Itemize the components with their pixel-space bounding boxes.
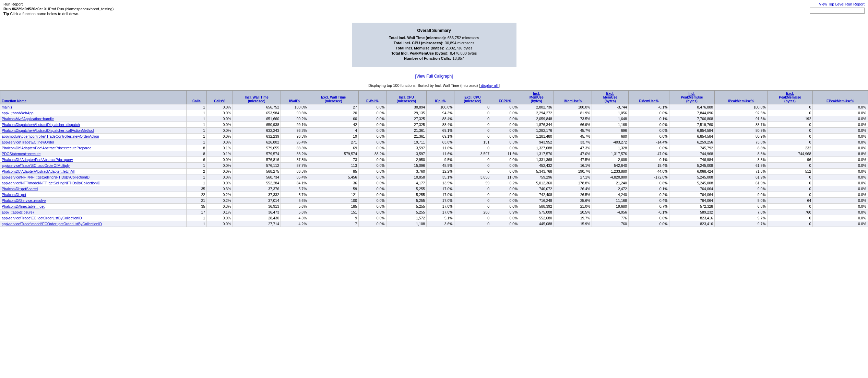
function-link[interactable]: Phalcon\Db\Adapter\Pdo\AbstractPdo::quer… bbox=[2, 158, 73, 162]
table-header-cell[interactable]: EPeakMemUse% bbox=[813, 91, 868, 104]
function-link[interactable]: main() bbox=[2, 105, 12, 109]
sort-link[interactable]: Calls bbox=[192, 99, 201, 103]
sort-link[interactable]: PeakMemUse bbox=[681, 95, 703, 99]
sort-link[interactable]: (microsec) bbox=[464, 99, 481, 103]
sort-link[interactable]: Incl. Wall Time bbox=[245, 95, 269, 99]
table-header-cell[interactable]: Excl. CPU(microsec) bbox=[454, 91, 491, 104]
sort-link[interactable]: IWall% bbox=[289, 99, 300, 103]
sort-link[interactable]: EMemUse% bbox=[639, 99, 659, 103]
function-link[interactable]: Phalcon\Db\Adapter\AbstractAdapter::fetc… bbox=[2, 169, 74, 173]
function-link[interactable]: app\service\NFT\NFT::getSellingNFTIDsByC… bbox=[2, 175, 90, 179]
sort-link[interactable]: (bytes) bbox=[605, 99, 616, 103]
table-cell[interactable]: app\service\Trade\EC::newOrder bbox=[0, 139, 187, 145]
table-cell[interactable]: Phalcon\Dispatcher\AbstractDispatcher::d… bbox=[0, 122, 187, 128]
table-header-cell[interactable]: ECPU% bbox=[491, 91, 519, 104]
function-link[interactable]: Phalcon\Di::get bbox=[2, 193, 26, 197]
table-cell[interactable]: Phalcon\Di::getShared bbox=[0, 186, 187, 192]
table-cell[interactable]: main() bbox=[0, 104, 187, 110]
function-link[interactable]: Phalcon\Di\Service::resolve bbox=[2, 198, 46, 203]
table-header-cell[interactable]: Excl.MemUse(bytes) bbox=[592, 91, 629, 104]
display-all-link[interactable]: display all bbox=[480, 83, 498, 88]
function-link[interactable]: app\service\NFT\model\NFT::getSellingNFT… bbox=[2, 181, 100, 185]
sort-link[interactable]: MemUse bbox=[530, 95, 544, 99]
table-cell[interactable]: app\service\Trade\EC::getOrderListByColl… bbox=[0, 215, 187, 221]
table-cell: 8 bbox=[186, 151, 206, 157]
table-cell[interactable]: Phalcon\Di\Injectable::_get bbox=[0, 204, 187, 209]
function-link[interactable]: Phalcon\Dispatcher\AbstractDispatcher::c… bbox=[2, 128, 94, 133]
sort-link[interactable]: (microsec) bbox=[325, 99, 342, 103]
function-link[interactable]: Phalcon\Di::getShared bbox=[2, 187, 38, 191]
table-header-cell[interactable]: IMemUse% bbox=[554, 91, 592, 104]
sort-link[interactable]: Calls% bbox=[214, 99, 225, 103]
table-cell[interactable]: Phalcon\Db\Adapter\AbstractAdapter::fetc… bbox=[0, 169, 187, 174]
sort-link[interactable]: (bytes) bbox=[784, 99, 796, 103]
callgraph-anchor[interactable]: [View Full Callgraph] bbox=[415, 74, 453, 79]
table-header-cell[interactable]: Function Name bbox=[0, 91, 187, 104]
sort-link[interactable]: Excl. Wall Time bbox=[321, 95, 346, 99]
table-cell[interactable]: app\service\NFT\NFT::getSellingNFTIDsByC… bbox=[0, 174, 187, 180]
table-header-cell[interactable]: Excl.PeakMemUse(bytes) bbox=[767, 91, 813, 104]
sort-link[interactable]: EWall% bbox=[366, 99, 379, 103]
sort-link[interactable]: Excl. bbox=[786, 92, 794, 95]
sort-link[interactable]: (microsecs) bbox=[397, 99, 416, 103]
table-header-cell[interactable]: IPeakMemUse% bbox=[715, 91, 768, 104]
table-header-cell[interactable]: Calls% bbox=[207, 91, 233, 104]
function-link[interactable]: Phalcon\Di\Injectable::_get bbox=[2, 204, 45, 208]
table-header-cell[interactable]: Incl. CPU(microsecs) bbox=[386, 91, 426, 104]
function-link[interactable]: app\service\Trade\EC::getOrderListByColl… bbox=[2, 216, 82, 220]
table-cell[interactable]: Phalcon\Mvc\Application::handle bbox=[0, 116, 187, 122]
function-link[interactable]: Phalcon\Mvc\Application::handle bbox=[2, 117, 54, 121]
table-cell[interactable]: Phalcon\Dispatcher\AbstractDispatcher::c… bbox=[0, 128, 187, 134]
sort-link[interactable]: MemUse bbox=[603, 95, 617, 99]
table-cell[interactable]: Phalcon\Di\Service::resolve bbox=[0, 198, 187, 204]
function-link[interactable]: app\module\open\controller\TradeControll… bbox=[2, 134, 99, 138]
function-link[interactable]: PDOStatement::execute bbox=[2, 152, 40, 156]
table-cell[interactable]: Phalcon\Di::get bbox=[0, 192, 187, 198]
table-header-cell[interactable]: Excl. Wall Time(microsec) bbox=[308, 91, 359, 104]
sort-link[interactable]: IMemUse% bbox=[564, 99, 582, 103]
sort-link[interactable]: ECPU% bbox=[499, 99, 511, 103]
summary-row-value: 8,476,880 bytes bbox=[450, 51, 477, 55]
function-link[interactable]: app\service\Trade\EC::addOrderOfMultiply bbox=[2, 163, 70, 168]
sort-link[interactable]: (bytes) bbox=[686, 99, 698, 103]
sort-link[interactable]: ICpu% bbox=[435, 99, 445, 103]
sort-link[interactable]: IPeakMemUse% bbox=[728, 99, 754, 103]
table-cell[interactable]: app\_;:app\{closure} bbox=[0, 209, 187, 215]
table-cell[interactable]: Phalcon\Db\Adapter\Pdo\AbstractPdo::exec… bbox=[0, 145, 187, 151]
table-header-cell[interactable]: EMemUse% bbox=[629, 91, 669, 104]
table-cell: 7,766,808 bbox=[669, 116, 715, 122]
sort-link[interactable]: Incl. CPU bbox=[399, 95, 414, 99]
table-head: Function NameCallsCalls%Incl. Wall Time(… bbox=[0, 91, 868, 104]
table-header-cell[interactable]: Incl. Wall Time(microsec) bbox=[233, 91, 281, 104]
table-cell[interactable]: app\service\Trade\model\ECOrder::getOrde… bbox=[0, 221, 187, 227]
sort-link[interactable]: EPeakMemUse% bbox=[827, 99, 854, 103]
sort-link[interactable]: Incl. bbox=[533, 92, 540, 95]
sort-link[interactable]: Incl. bbox=[688, 92, 695, 95]
view-top-level-link[interactable]: View Top Level Run Report bbox=[819, 2, 865, 6]
table-cell[interactable]: app\_;:bootWebApp bbox=[0, 110, 187, 116]
table-cell[interactable]: app\service\NFT\model\NFT::getSellingNFT… bbox=[0, 180, 187, 186]
search-input[interactable] bbox=[810, 8, 865, 14]
table-header-cell[interactable]: ICpu% bbox=[427, 91, 454, 104]
table-header-cell[interactable]: Incl.MemUse(bytes) bbox=[519, 91, 554, 104]
function-link[interactable]: app\_;:bootWebApp bbox=[2, 111, 34, 115]
table-cell[interactable]: PDOStatement::execute bbox=[0, 151, 187, 157]
table-cell[interactable]: app\module\open\controller\TradeControll… bbox=[0, 134, 187, 139]
table-header-cell[interactable]: IWall% bbox=[281, 91, 308, 104]
function-link[interactable]: Phalcon\Dispatcher\AbstractDispatcher::d… bbox=[2, 123, 80, 127]
sort-link[interactable]: (bytes) bbox=[531, 99, 542, 103]
function-link[interactable]: app\_;:app\{closure} bbox=[2, 210, 34, 214]
function-link[interactable]: app\service\Trade\EC::newOrder bbox=[2, 140, 54, 144]
function-link[interactable]: app\service\Trade\model\ECOrder::getOrde… bbox=[2, 222, 102, 226]
sort-link[interactable]: Function Name bbox=[2, 99, 26, 103]
table-header-cell[interactable]: EWall% bbox=[359, 91, 387, 104]
sort-link[interactable]: PeakMemUse bbox=[779, 95, 801, 99]
table-header-cell[interactable]: Incl.PeakMemUse(bytes) bbox=[669, 91, 715, 104]
sort-link[interactable]: Excl. CPU bbox=[464, 95, 480, 99]
sort-link[interactable]: Excl. bbox=[606, 92, 614, 95]
table-cell[interactable]: app\service\Trade\EC::addOrderOfMultiply bbox=[0, 163, 187, 169]
table-cell[interactable]: Phalcon\Db\Adapter\Pdo\AbstractPdo::quer… bbox=[0, 157, 187, 163]
table-header-cell[interactable]: Calls bbox=[186, 91, 206, 104]
function-link[interactable]: Phalcon\Db\Adapter\Pdo\AbstractPdo::exec… bbox=[2, 146, 92, 150]
sort-link[interactable]: (microsec) bbox=[248, 99, 265, 103]
